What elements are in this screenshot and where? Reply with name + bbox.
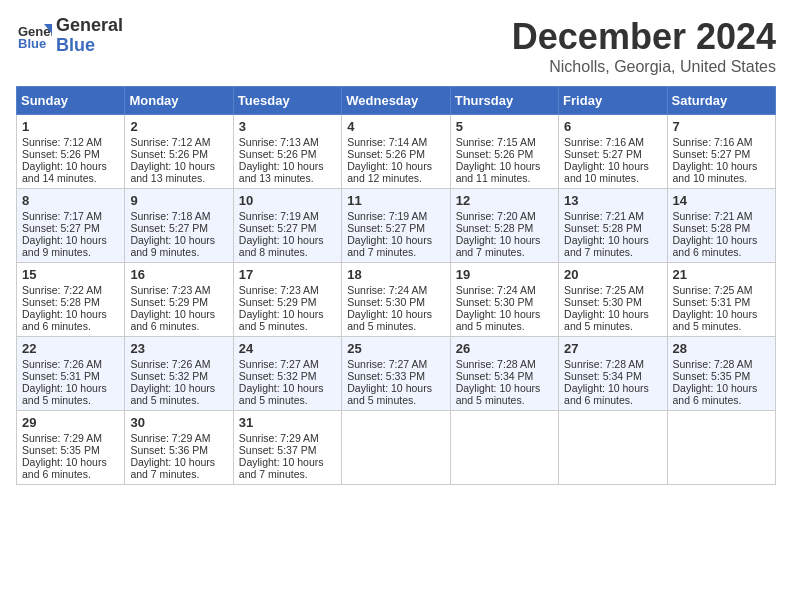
sunrise-label: Sunrise: 7:22 AM — [22, 284, 102, 296]
sunset-label: Sunset: 5:34 PM — [456, 370, 534, 382]
daylight-label: Daylight: 10 hours and 8 minutes. — [239, 234, 324, 258]
calendar: SundayMondayTuesdayWednesdayThursdayFrid… — [16, 86, 776, 485]
day-number: 31 — [239, 415, 336, 430]
sunset-label: Sunset: 5:26 PM — [456, 148, 534, 160]
sunrise-label: Sunrise: 7:28 AM — [456, 358, 536, 370]
sunset-label: Sunset: 5:33 PM — [347, 370, 425, 382]
sunset-label: Sunset: 5:32 PM — [130, 370, 208, 382]
sunset-label: Sunset: 5:26 PM — [130, 148, 208, 160]
daylight-label: Daylight: 10 hours and 6 minutes. — [22, 456, 107, 480]
sunrise-label: Sunrise: 7:24 AM — [347, 284, 427, 296]
day-number: 2 — [130, 119, 227, 134]
calendar-cell: 2 Sunrise: 7:12 AM Sunset: 5:26 PM Dayli… — [125, 115, 233, 189]
daylight-label: Daylight: 10 hours and 12 minutes. — [347, 160, 432, 184]
calendar-cell: 4 Sunrise: 7:14 AM Sunset: 5:26 PM Dayli… — [342, 115, 450, 189]
calendar-cell: 6 Sunrise: 7:16 AM Sunset: 5:27 PM Dayli… — [559, 115, 667, 189]
calendar-cell: 11 Sunrise: 7:19 AM Sunset: 5:27 PM Dayl… — [342, 189, 450, 263]
title-section: December 2024 Nicholls, Georgia, United … — [512, 16, 776, 76]
logo-line1: General — [56, 16, 123, 36]
daylight-label: Daylight: 10 hours and 5 minutes. — [239, 308, 324, 332]
daylight-label: Daylight: 10 hours and 7 minutes. — [239, 456, 324, 480]
calendar-cell: 13 Sunrise: 7:21 AM Sunset: 5:28 PM Dayl… — [559, 189, 667, 263]
weekday-header-monday: Monday — [125, 87, 233, 115]
sunrise-label: Sunrise: 7:12 AM — [22, 136, 102, 148]
day-number: 1 — [22, 119, 119, 134]
sunset-label: Sunset: 5:26 PM — [239, 148, 317, 160]
sunset-label: Sunset: 5:31 PM — [673, 296, 751, 308]
sunrise-label: Sunrise: 7:29 AM — [130, 432, 210, 444]
daylight-label: Daylight: 10 hours and 14 minutes. — [22, 160, 107, 184]
calendar-cell: 5 Sunrise: 7:15 AM Sunset: 5:26 PM Dayli… — [450, 115, 558, 189]
daylight-label: Daylight: 10 hours and 5 minutes. — [456, 308, 541, 332]
daylight-label: Daylight: 10 hours and 6 minutes. — [673, 234, 758, 258]
calendar-cell: 23 Sunrise: 7:26 AM Sunset: 5:32 PM Dayl… — [125, 337, 233, 411]
weekday-header-row: SundayMondayTuesdayWednesdayThursdayFrid… — [17, 87, 776, 115]
day-number: 6 — [564, 119, 661, 134]
calendar-cell — [667, 411, 775, 485]
main-title: December 2024 — [512, 16, 776, 58]
day-number: 12 — [456, 193, 553, 208]
day-number: 20 — [564, 267, 661, 282]
day-number: 4 — [347, 119, 444, 134]
day-number: 14 — [673, 193, 770, 208]
daylight-label: Daylight: 10 hours and 6 minutes. — [673, 382, 758, 406]
day-number: 15 — [22, 267, 119, 282]
week-row-1: 1 Sunrise: 7:12 AM Sunset: 5:26 PM Dayli… — [17, 115, 776, 189]
sunrise-label: Sunrise: 7:24 AM — [456, 284, 536, 296]
calendar-cell: 31 Sunrise: 7:29 AM Sunset: 5:37 PM Dayl… — [233, 411, 341, 485]
daylight-label: Daylight: 10 hours and 5 minutes. — [564, 308, 649, 332]
week-row-5: 29 Sunrise: 7:29 AM Sunset: 5:35 PM Dayl… — [17, 411, 776, 485]
sunset-label: Sunset: 5:27 PM — [22, 222, 100, 234]
calendar-cell: 25 Sunrise: 7:27 AM Sunset: 5:33 PM Dayl… — [342, 337, 450, 411]
sunrise-label: Sunrise: 7:28 AM — [673, 358, 753, 370]
sunrise-label: Sunrise: 7:27 AM — [347, 358, 427, 370]
calendar-cell: 17 Sunrise: 7:23 AM Sunset: 5:29 PM Dayl… — [233, 263, 341, 337]
sunrise-label: Sunrise: 7:25 AM — [673, 284, 753, 296]
calendar-cell: 22 Sunrise: 7:26 AM Sunset: 5:31 PM Dayl… — [17, 337, 125, 411]
daylight-label: Daylight: 10 hours and 6 minutes. — [130, 308, 215, 332]
calendar-cell: 10 Sunrise: 7:19 AM Sunset: 5:27 PM Dayl… — [233, 189, 341, 263]
sunset-label: Sunset: 5:27 PM — [347, 222, 425, 234]
sunrise-label: Sunrise: 7:15 AM — [456, 136, 536, 148]
sunset-label: Sunset: 5:27 PM — [130, 222, 208, 234]
calendar-cell: 14 Sunrise: 7:21 AM Sunset: 5:28 PM Dayl… — [667, 189, 775, 263]
calendar-cell: 20 Sunrise: 7:25 AM Sunset: 5:30 PM Dayl… — [559, 263, 667, 337]
sunrise-label: Sunrise: 7:29 AM — [22, 432, 102, 444]
daylight-label: Daylight: 10 hours and 6 minutes. — [564, 382, 649, 406]
sunrise-label: Sunrise: 7:20 AM — [456, 210, 536, 222]
day-number: 30 — [130, 415, 227, 430]
day-number: 10 — [239, 193, 336, 208]
calendar-cell: 28 Sunrise: 7:28 AM Sunset: 5:35 PM Dayl… — [667, 337, 775, 411]
subtitle: Nicholls, Georgia, United States — [512, 58, 776, 76]
daylight-label: Daylight: 10 hours and 5 minutes. — [456, 382, 541, 406]
calendar-cell: 29 Sunrise: 7:29 AM Sunset: 5:35 PM Dayl… — [17, 411, 125, 485]
day-number: 22 — [22, 341, 119, 356]
day-number: 8 — [22, 193, 119, 208]
daylight-label: Daylight: 10 hours and 9 minutes. — [22, 234, 107, 258]
day-number: 3 — [239, 119, 336, 134]
sunset-label: Sunset: 5:37 PM — [239, 444, 317, 456]
day-number: 29 — [22, 415, 119, 430]
sunset-label: Sunset: 5:30 PM — [347, 296, 425, 308]
sunset-label: Sunset: 5:35 PM — [673, 370, 751, 382]
svg-text:Blue: Blue — [18, 36, 46, 51]
sunrise-label: Sunrise: 7:17 AM — [22, 210, 102, 222]
day-number: 11 — [347, 193, 444, 208]
sunset-label: Sunset: 5:26 PM — [22, 148, 100, 160]
calendar-cell: 24 Sunrise: 7:27 AM Sunset: 5:32 PM Dayl… — [233, 337, 341, 411]
sunset-label: Sunset: 5:27 PM — [239, 222, 317, 234]
day-number: 28 — [673, 341, 770, 356]
sunset-label: Sunset: 5:29 PM — [130, 296, 208, 308]
daylight-label: Daylight: 10 hours and 5 minutes. — [673, 308, 758, 332]
day-number: 16 — [130, 267, 227, 282]
day-number: 25 — [347, 341, 444, 356]
sunset-label: Sunset: 5:28 PM — [456, 222, 534, 234]
sunset-label: Sunset: 5:32 PM — [239, 370, 317, 382]
calendar-cell: 27 Sunrise: 7:28 AM Sunset: 5:34 PM Dayl… — [559, 337, 667, 411]
daylight-label: Daylight: 10 hours and 13 minutes. — [239, 160, 324, 184]
sunrise-label: Sunrise: 7:16 AM — [564, 136, 644, 148]
daylight-label: Daylight: 10 hours and 10 minutes. — [673, 160, 758, 184]
sunset-label: Sunset: 5:34 PM — [564, 370, 642, 382]
calendar-cell: 30 Sunrise: 7:29 AM Sunset: 5:36 PM Dayl… — [125, 411, 233, 485]
sunrise-label: Sunrise: 7:19 AM — [239, 210, 319, 222]
